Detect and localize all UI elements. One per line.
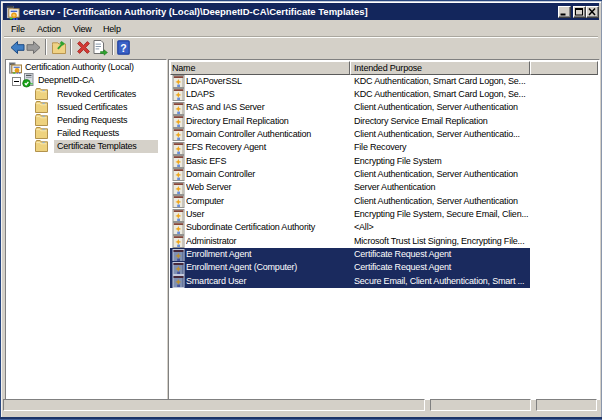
svg-text:?: ? bbox=[120, 42, 126, 54]
